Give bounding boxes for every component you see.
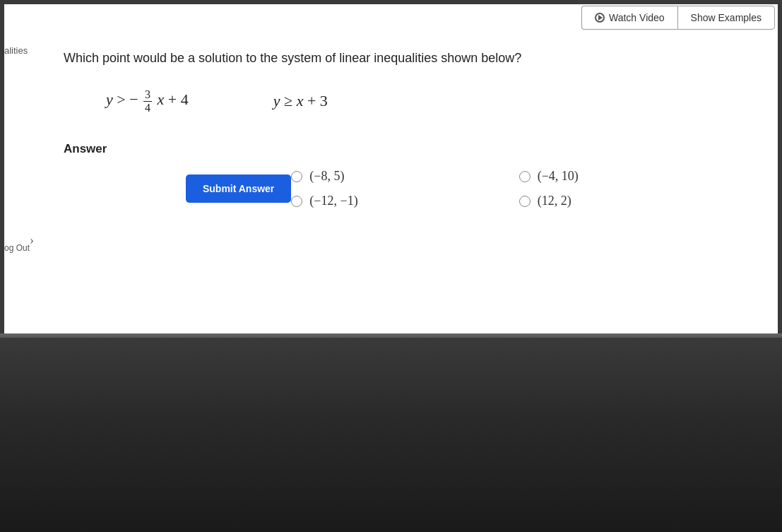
radio-option-2[interactable] <box>519 171 531 182</box>
option-4-label: (12, 2) <box>538 194 571 208</box>
watch-video-button[interactable]: Watch Video <box>581 6 677 30</box>
option-4[interactable]: (12, 2) <box>519 194 747 208</box>
options-grid: (−8, 5) (−4, 10) Submit Answer (−12, −1) <box>64 169 747 208</box>
radio-option-4[interactable] <box>519 196 531 207</box>
option-1-label: (−8, 5) <box>309 169 344 184</box>
main-content: Which point would be a solution to the s… <box>42 35 768 223</box>
option-3-label: (−12, −1) <box>309 194 357 208</box>
show-examples-button[interactable]: Show Examples <box>677 6 775 30</box>
fraction: 3 4 <box>143 88 152 114</box>
radio-option-3[interactable] <box>291 196 302 207</box>
top-bar: Watch Video Show Examples <box>574 0 782 35</box>
play-icon <box>595 13 605 23</box>
inequality1: y > − 3 4 x + 4 <box>106 88 189 114</box>
question-text: Which point would be a solution to the s… <box>64 49 747 67</box>
watch-video-label: Watch Video <box>609 12 665 23</box>
answer-section: Answer (−8, 5) (−4, 10) Submit Answer <box>64 142 747 208</box>
inequality2: y ≥ x + 3 <box>273 92 328 110</box>
radio-option-1[interactable] <box>291 171 302 182</box>
submit-answer-button[interactable]: Submit Answer <box>186 175 291 203</box>
option-1[interactable]: (−8, 5) <box>291 169 519 184</box>
sidebar-qualities-label: alities <box>0 42 32 59</box>
show-examples-label: Show Examples <box>691 12 762 23</box>
laptop-body: acer C ▭ ⊟ ○ ☼ $ 4 <box>0 338 782 532</box>
answer-label: Answer <box>64 142 747 156</box>
sidebar-logout-label: og Out <box>0 240 34 256</box>
option-2-label: (−4, 10) <box>538 169 579 184</box>
option-3[interactable]: (−12, −1) <box>291 194 519 208</box>
chevron-down-icon[interactable]: › <box>30 233 34 248</box>
option-2[interactable]: (−4, 10) <box>519 169 747 184</box>
inequalities: y > − 3 4 x + 4 y ≥ x + 3 <box>64 88 747 114</box>
screen: Watch Video Show Examples alities og Out… <box>0 0 782 339</box>
